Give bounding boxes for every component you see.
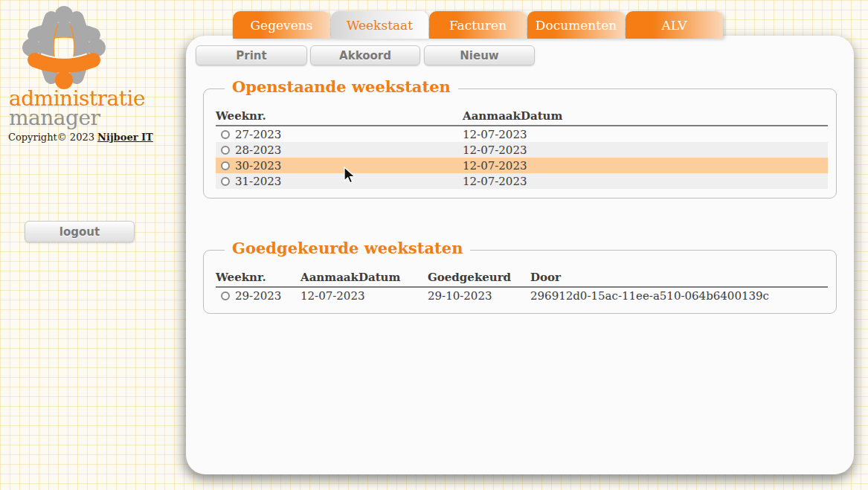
weeknr-value: 29-2023 <box>235 289 281 303</box>
weeknr-value: 30-2023 <box>235 159 281 173</box>
radio-button[interactable] <box>221 291 230 300</box>
tab-gegevens[interactable]: Gegevens <box>233 11 330 39</box>
tab-weekstaat[interactable]: Weekstaat <box>331 11 428 39</box>
goedgekeurd-value: 29-10-2023 <box>428 289 530 303</box>
tab-bar: Gegevens Weekstaat Facturen Documenten A… <box>233 11 724 39</box>
logout-button[interactable]: logout <box>25 221 135 242</box>
table-row[interactable]: 27-2023 12-07-2023 <box>216 126 828 142</box>
table-row[interactable]: 31-2023 12-07-2023 <box>216 173 828 189</box>
mouse-cursor-icon <box>344 167 357 186</box>
brand-wordmark: administratie manager <box>9 88 145 129</box>
open-weekstaten-title: Openstaande weekstaten <box>225 77 458 96</box>
tab-documenten[interactable]: Documenten <box>527 11 625 39</box>
aanmaakdatum-value: 12-07-2023 <box>463 144 828 157</box>
copyright-prefix: Copyright© 2023 <box>8 132 97 143</box>
print-button[interactable]: Print <box>196 45 307 65</box>
copyright-text: Copyright© 2023 Nijboer IT <box>8 132 153 143</box>
column-header-goedgekeurd: Goedgekeurd <box>428 271 530 284</box>
tab-facturen[interactable]: Facturen <box>429 11 527 39</box>
tab-alv[interactable]: ALV <box>626 11 723 39</box>
brand-logo-icon <box>22 6 106 89</box>
open-weekstaten-table: Weeknr. AanmaakDatum 27-2023 12-07-2023 … <box>216 106 828 189</box>
table-row[interactable]: 28-2023 12-07-2023 <box>216 142 828 158</box>
aanmaakdatum-value: 12-07-2023 <box>463 159 828 173</box>
aanmaakdatum-value: 12-07-2023 <box>463 128 828 141</box>
weeknr-value: 27-2023 <box>235 128 281 141</box>
main-panel: Print Akkoord Nieuw Openstaande weekstat… <box>186 36 854 474</box>
table-header-row: Weeknr. AanmaakDatum <box>216 106 828 126</box>
akkoord-button[interactable]: Akkoord <box>310 45 420 65</box>
nieuw-button[interactable]: Nieuw <box>424 45 535 65</box>
radio-button[interactable] <box>221 161 230 170</box>
open-weekstaten-section: Openstaande weekstaten Weeknr. AanmaakDa… <box>203 88 837 199</box>
radio-button[interactable] <box>221 130 230 139</box>
radio-button[interactable] <box>221 177 230 186</box>
column-header-door: Door <box>530 271 828 284</box>
brand-line2: manager <box>9 108 145 129</box>
approved-weekstaten-title: Goedgekeurde weekstaten <box>225 239 470 257</box>
aanmaakdatum-value: 12-07-2023 <box>300 289 428 303</box>
column-header-weeknr: Weeknr. <box>216 271 300 284</box>
approved-weekstaten-table: Weeknr. AanmaakDatum Goedgekeurd Door 29… <box>216 267 828 303</box>
column-header-aanmaakdatum: AanmaakDatum <box>300 271 428 284</box>
copyright-link[interactable]: Nijboer IT <box>97 132 153 143</box>
approved-weekstaten-section: Goedgekeurde weekstaten Weeknr. AanmaakD… <box>203 250 837 314</box>
column-header-weeknr: Weeknr. <box>216 109 463 123</box>
radio-button[interactable] <box>221 146 230 155</box>
aanmaakdatum-value: 12-07-2023 <box>463 175 828 188</box>
table-row[interactable]: 29-2023 12-07-2023 29-10-2023 296912d0-1… <box>216 288 828 303</box>
weeknr-value: 28-2023 <box>235 144 281 157</box>
table-row-highlighted[interactable]: 30-2023 12-07-2023 <box>216 158 828 173</box>
weeknr-value: 31-2023 <box>235 175 281 188</box>
table-header-row: Weeknr. AanmaakDatum Goedgekeurd Door <box>216 267 828 288</box>
column-header-aanmaakdatum: AanmaakDatum <box>463 109 828 123</box>
door-value: 296912d0-15ac-11ee-a510-064b6400139c <box>530 289 828 303</box>
